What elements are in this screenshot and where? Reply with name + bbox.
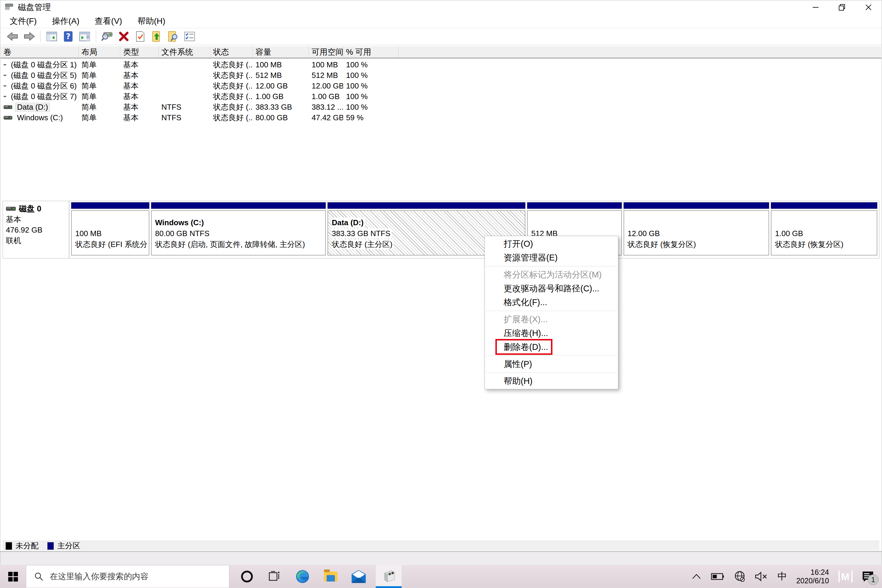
table-row-data-d[interactable]: Data (D:) 简单 基本 NTFS 状态良好 (... 383.33 GB… bbox=[1, 102, 881, 112]
partition-status: 状态良好 (EFI 系统分 bbox=[75, 240, 148, 249]
column-pct-free[interactable]: % 可用 bbox=[343, 46, 398, 58]
window-footer bbox=[0, 551, 882, 566]
menu-item-extend: 扩展卷(X)... bbox=[485, 312, 618, 326]
open-icon[interactable] bbox=[148, 29, 165, 44]
column-volume[interactable]: 卷 bbox=[1, 46, 78, 58]
minimize-button[interactable] bbox=[802, 0, 829, 14]
partition-recovery-1gb[interactable]: 1.00 GB 状态良好 (恢复分区) bbox=[771, 202, 877, 255]
show-console-tree-icon[interactable] bbox=[44, 29, 60, 44]
partition-color-bar bbox=[151, 202, 326, 209]
volume-icon bbox=[3, 94, 6, 99]
table-row[interactable]: (磁盘 0 磁盘分区 6) 简单 基本 状态良好 (... 12.00 GB 1… bbox=[1, 81, 881, 91]
menu-item-change-letter[interactable]: 更改驱动器号和路径(C)... bbox=[485, 282, 618, 296]
menu-help[interactable]: 帮助(H) bbox=[130, 14, 173, 28]
partition-color-bar bbox=[527, 202, 622, 209]
menu-item-format[interactable]: 格式化(F)... bbox=[485, 296, 618, 309]
edge-button[interactable] bbox=[290, 565, 315, 588]
column-layout[interactable]: 布局 bbox=[78, 46, 120, 58]
disk-0-label[interactable]: 磁盘 0 基本 476.92 GB 联机 bbox=[3, 201, 69, 258]
start-button[interactable] bbox=[0, 565, 26, 588]
partition-status: 状态良好 (启动, 页面文件, 故障转储, 主分区) bbox=[155, 240, 305, 249]
file-explorer-button[interactable] bbox=[318, 565, 344, 588]
table-row[interactable]: (磁盘 0 磁盘分区 7) 简单 基本 状态良好 (... 1.00 GB 1.… bbox=[1, 91, 881, 102]
column-free-space[interactable]: 可用空间 bbox=[309, 46, 343, 58]
show-hidden-icons-button[interactable] bbox=[692, 573, 702, 580]
column-filler bbox=[398, 46, 881, 58]
network-button[interactable] bbox=[734, 571, 746, 582]
action-center-button[interactable]: 1 bbox=[862, 571, 874, 582]
menu-item-properties[interactable]: 属性(P) bbox=[485, 357, 618, 371]
volume-free: 47.42 GB bbox=[309, 113, 343, 122]
partition-windows-c[interactable]: Windows (C:) 80.00 GB NTFS 状态良好 (启动, 页面文… bbox=[151, 202, 326, 255]
edge-icon bbox=[296, 570, 310, 584]
volume-table-body: (磁盘 0 磁盘分区 1) 简单 基本 状态良好 (... 100 MB 100… bbox=[1, 59, 881, 123]
cortana-button[interactable] bbox=[234, 565, 260, 588]
volume-pct: 100 % bbox=[343, 81, 398, 90]
volume-layout: 简单 bbox=[78, 112, 120, 123]
partition-size: 100 MB bbox=[75, 229, 102, 238]
table-row[interactable]: (磁盘 0 磁盘分区 5) 简单 基本 状态良好 (... 512 MB 512… bbox=[1, 70, 881, 81]
table-row[interactable]: (磁盘 0 磁盘分区 1) 简单 基本 状态良好 (... 100 MB 100… bbox=[1, 59, 881, 70]
notification-badge: 1 bbox=[868, 574, 879, 585]
clock[interactable]: 16:24 2020/6/10 bbox=[796, 568, 829, 585]
close-button[interactable] bbox=[855, 0, 882, 14]
forward-icon[interactable] bbox=[21, 29, 38, 44]
back-icon[interactable] bbox=[4, 29, 21, 44]
volume-capacity: 512 MB bbox=[252, 71, 309, 80]
volume-layout: 简单 bbox=[78, 81, 120, 91]
ime-indicator[interactable]: 中 bbox=[777, 570, 787, 583]
menu-action[interactable]: 操作(A) bbox=[44, 14, 87, 28]
volume-button[interactable] bbox=[755, 572, 768, 581]
table-row[interactable]: Windows (C:) 简单 基本 NTFS 状态良好 (... 80.00 … bbox=[1, 112, 881, 123]
volume-capacity: 383.33 GB bbox=[252, 103, 309, 112]
disk-type: 基本 bbox=[6, 214, 69, 225]
volume-table-header: 卷 布局 类型 文件系统 状态 容量 可用空间 % 可用 bbox=[1, 46, 881, 58]
partition-color-bar bbox=[771, 202, 877, 209]
menu-file[interactable]: 文件(F) bbox=[2, 14, 44, 28]
menu-item-delete-volume[interactable]: 删除卷(D)... bbox=[485, 340, 618, 354]
menu-item-open[interactable]: 打开(O) bbox=[485, 237, 618, 251]
search-input[interactable]: 在这里输入你要搜索的内容 bbox=[26, 565, 230, 588]
partition-efi[interactable]: 100 MB 状态良好 (EFI 系统分 bbox=[71, 202, 149, 255]
volume-layout: 简单 bbox=[78, 102, 120, 112]
menu-separator bbox=[486, 356, 617, 356]
menu-view[interactable]: 查看(V) bbox=[87, 14, 130, 28]
battery-button[interactable] bbox=[711, 572, 724, 580]
menu-item-shrink[interactable]: 压缩卷(H)... bbox=[485, 326, 618, 340]
volume-name: (磁盘 0 磁盘分区 6) bbox=[9, 81, 78, 92]
volume-fs: NTFS bbox=[159, 113, 210, 122]
show-action-pane-icon[interactable] bbox=[76, 29, 93, 44]
volume-capacity: 1.00 GB bbox=[252, 92, 309, 101]
task-view-button[interactable] bbox=[262, 565, 288, 588]
partition-status: 状态良好 (恢复分区) bbox=[775, 240, 843, 249]
column-status[interactable]: 状态 bbox=[210, 46, 252, 58]
volume-status: 状态良好 (... bbox=[210, 81, 252, 91]
disk-management-taskbar-button[interactable] bbox=[376, 565, 402, 588]
menu-item-help[interactable]: 帮助(H) bbox=[485, 374, 618, 388]
menu-item-explorer[interactable]: 资源管理器(E) bbox=[485, 251, 618, 265]
column-type[interactable]: 类型 bbox=[120, 46, 159, 58]
mark-active-icon[interactable] bbox=[132, 29, 148, 44]
column-filesystem[interactable]: 文件系统 bbox=[159, 46, 210, 58]
volume-type: 基本 bbox=[120, 102, 159, 112]
restore-button[interactable] bbox=[829, 0, 855, 14]
partition-recovery-12gb[interactable]: 12.00 GB 状态良好 (恢复分区) bbox=[624, 202, 770, 255]
titlebar: 磁盘管理 bbox=[0, 0, 882, 14]
explore-icon[interactable] bbox=[165, 29, 182, 44]
menu-bar: 文件(F) 操作(A) 查看(V) 帮助(H) bbox=[0, 14, 882, 28]
volume-layout: 简单 bbox=[78, 92, 120, 102]
volume-free: 100 MB bbox=[309, 60, 343, 69]
mail-button[interactable] bbox=[346, 565, 372, 588]
properties-icon[interactable] bbox=[182, 29, 198, 44]
partition-name: Data (D:) bbox=[332, 218, 364, 228]
battery-icon bbox=[711, 572, 724, 580]
partition-size: 383.33 GB NTFS bbox=[332, 228, 392, 238]
refresh-icon[interactable] bbox=[99, 29, 116, 44]
help-icon[interactable]: ? bbox=[60, 29, 76, 44]
delete-icon[interactable] bbox=[116, 29, 132, 44]
volume-status: 状态良好 (... bbox=[210, 92, 252, 102]
column-capacity[interactable]: 容量 bbox=[252, 46, 309, 58]
search-icon bbox=[34, 572, 43, 581]
volume-layout: 简单 bbox=[78, 60, 120, 70]
volume-pct: 100 % bbox=[343, 103, 398, 112]
